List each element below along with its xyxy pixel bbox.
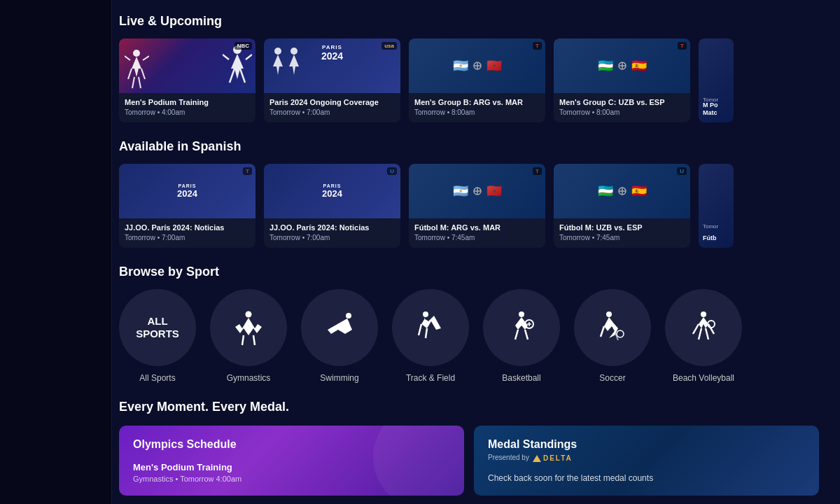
sport-label-gymnastics: Gymnastics bbox=[227, 373, 271, 383]
flag-esp-2: 🇪🇸 bbox=[631, 185, 647, 197]
swimming-icon bbox=[321, 309, 359, 347]
svg-point-3 bbox=[290, 48, 298, 55]
sport-label-basketball: Basketball bbox=[502, 373, 540, 383]
track-icon bbox=[412, 309, 450, 347]
card-jjoo-1[interactable]: PARIS 2024 T JJ.OO. París 2024: Noticias… bbox=[119, 164, 255, 248]
presented-by-text: Presented by bbox=[488, 454, 529, 461]
card-arg-mar[interactable]: 🇦🇷 🇲🇦 T Men's Group B: ARG vs. MAR Tomor… bbox=[409, 38, 545, 122]
volleyball-icon bbox=[685, 309, 723, 347]
live-upcoming-row: NBC Men's Podium Training Tomorrow • 4:0… bbox=[119, 38, 819, 122]
card-futbol-arg-mar[interactable]: 🇦🇷 🇲🇦 T Fútbol M: ARG vs. MAR Tomorrow •… bbox=[409, 164, 545, 248]
flag-esp: 🇪🇸 bbox=[631, 59, 647, 72]
medal-check-back-text: Check back soon for the latest medal cou… bbox=[488, 473, 805, 483]
card-title: JJ.OO. París 2024: Noticias bbox=[125, 223, 250, 232]
channel-badge: NBC bbox=[234, 42, 252, 50]
gymnastics-icon bbox=[230, 309, 268, 347]
sport-track[interactable]: Track & Field bbox=[392, 289, 469, 383]
channel-badge-usa: usa bbox=[382, 42, 397, 50]
card-overflow-2[interactable]: Fútb Tomor bbox=[699, 164, 734, 248]
card-title: Fútbol M: UZB vs. ESP bbox=[559, 223, 685, 232]
card-time: Tomorrow • 7:00am bbox=[270, 108, 395, 116]
sport-label-volleyball: Beach Volleyball bbox=[673, 373, 734, 383]
soccer-icon bbox=[594, 309, 632, 347]
available-spanish-row: PARIS 2024 T JJ.OO. París 2024: Noticias… bbox=[119, 164, 819, 248]
flag-arg-2: 🇦🇷 bbox=[453, 185, 468, 197]
main-content: Live & Upcoming bbox=[0, 0, 840, 504]
card-time: Tomorrow • 7:00am bbox=[125, 234, 250, 241]
card-time: Tomorrow • 7:45am bbox=[559, 234, 685, 241]
card-time: Tomorrow • 7:45am bbox=[414, 234, 540, 241]
channel-badge-telemundo: T bbox=[243, 167, 252, 175]
channel-badge-t3: T bbox=[533, 167, 542, 175]
card-uzb-esp[interactable]: 🇺🇿 🇪🇸 T Men's Group C: UZB vs. ESP Tomor… bbox=[554, 38, 690, 122]
channel-badge-u2: U bbox=[677, 167, 687, 175]
card-jjoo-2[interactable]: PARIS 2024 U JJ.OO. París 2024: Noticias… bbox=[264, 164, 400, 248]
sports-row: ALLSPORTS All Sports Gymnastics bbox=[119, 289, 819, 383]
flag-uzb: 🇺🇿 bbox=[598, 59, 613, 72]
every-moment-title: Every Moment. Every Medal. bbox=[119, 400, 819, 414]
card-time: Tomorrow • 8:00am bbox=[559, 108, 685, 116]
browse-sport-title: Browse by Sport bbox=[119, 265, 819, 279]
card-title: Men's Podium Training bbox=[125, 97, 250, 107]
live-upcoming-title: Live & Upcoming bbox=[119, 14, 819, 29]
svg-point-24 bbox=[617, 330, 624, 337]
sport-volleyball[interactable]: Beach Volleyball bbox=[665, 289, 742, 383]
sport-gymnastics[interactable]: Gymnastics bbox=[210, 289, 287, 383]
schedule-card-title: Olympics Schedule bbox=[133, 438, 450, 451]
card-futbol-uzb-esp[interactable]: 🇺🇿 🇪🇸 U Fútbol M: UZB vs. ESP Tomorrow •… bbox=[554, 164, 690, 248]
available-spanish-title: Available in Spanish bbox=[119, 139, 819, 154]
sport-soccer[interactable]: Soccer bbox=[574, 289, 651, 383]
all-sports-text: ALLSPORTS bbox=[136, 315, 179, 340]
medal-card-header: Medal Standings Presented by DELTA bbox=[488, 438, 805, 462]
delta-text: DELTA bbox=[543, 454, 573, 462]
card-time: Tomorrow • 4:00am bbox=[125, 108, 250, 116]
sport-all-sports[interactable]: ALLSPORTS All Sports bbox=[119, 289, 196, 383]
card-time: Tomorrow • 8:00am bbox=[414, 108, 540, 116]
flag-mar-2: 🇲🇦 bbox=[486, 185, 502, 197]
svg-point-17 bbox=[346, 313, 351, 318]
medal-standings-card[interactable]: Medal Standings Presented by DELTA Check… bbox=[474, 426, 819, 496]
card-title: Fútbol M: ARG vs. MAR bbox=[414, 223, 540, 232]
svg-point-25 bbox=[701, 312, 706, 317]
card-title: Paris 2024 Ongoing Coverage bbox=[270, 97, 395, 107]
card-title: Men's Group C: UZB vs. ESP bbox=[559, 97, 685, 107]
channel-badge-t2: T bbox=[678, 42, 687, 50]
sport-label-track: Track & Field bbox=[406, 373, 455, 383]
sport-label-soccer: Soccer bbox=[599, 373, 625, 383]
card-paris-coverage[interactable]: PARIS 2024 usa Paris 2024 Ongoing Covera… bbox=[264, 38, 400, 122]
flag-mar: 🇲🇦 bbox=[486, 59, 502, 72]
svg-point-23 bbox=[606, 312, 612, 317]
medal-card-title: Medal Standings bbox=[488, 438, 577, 451]
flag-arg: 🇦🇷 bbox=[453, 59, 468, 72]
schedule-event-sub: Gymnastics • Tomorrow 4:00am bbox=[133, 475, 450, 483]
svg-point-2 bbox=[274, 48, 281, 55]
card-overflow-1[interactable]: M PoMatc Tomor bbox=[699, 38, 734, 122]
channel-badge-univision: U bbox=[387, 167, 397, 175]
card-gymnastics[interactable]: NBC Men's Podium Training Tomorrow • 4:0… bbox=[119, 38, 255, 122]
delta-triangle-icon bbox=[533, 455, 541, 462]
olympics-schedule-card[interactable]: Olympics Schedule Men's Podium Training … bbox=[119, 426, 464, 496]
sport-label-all: All Sports bbox=[139, 373, 175, 383]
card-time: Tomorrow • 7:00am bbox=[270, 234, 395, 241]
sport-label-swimming: Swimming bbox=[320, 373, 358, 383]
sport-swimming[interactable]: Swimming bbox=[301, 289, 378, 383]
card-title: Men's Group B: ARG vs. MAR bbox=[414, 97, 540, 107]
svg-point-19 bbox=[519, 312, 524, 317]
svg-point-18 bbox=[423, 312, 428, 317]
basketball-icon bbox=[503, 309, 541, 347]
schedule-event-title: Men's Podium Training bbox=[133, 462, 450, 472]
bottom-cards: Olympics Schedule Men's Podium Training … bbox=[119, 426, 819, 496]
channel-badge-t: T bbox=[533, 42, 542, 50]
svg-point-16 bbox=[245, 311, 251, 317]
card-title: JJ.OO. París 2024: Noticias bbox=[270, 223, 395, 232]
sport-basketball[interactable]: Basketball bbox=[483, 289, 560, 383]
svg-point-0 bbox=[133, 50, 140, 57]
delta-logo: DELTA bbox=[533, 454, 573, 462]
sidebar bbox=[0, 0, 112, 504]
flag-uzb-2: 🇺🇿 bbox=[598, 185, 613, 197]
